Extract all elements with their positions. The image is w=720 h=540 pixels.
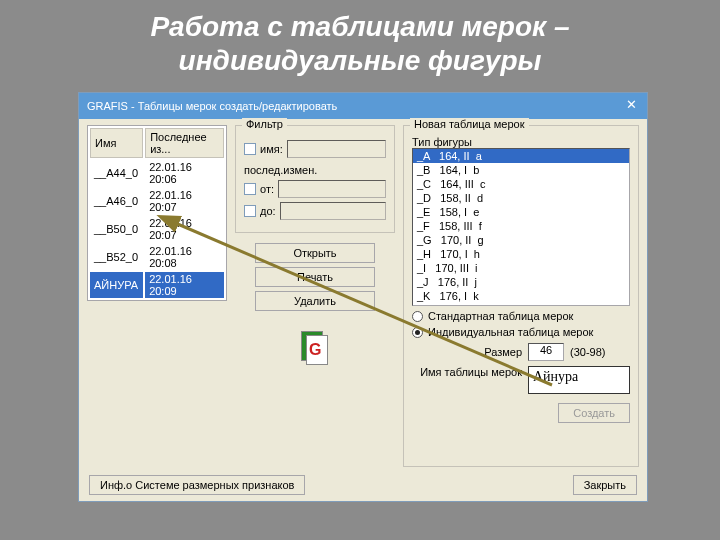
filter-name-input[interactable] [287, 140, 386, 158]
filter-group-title: Фильтр [242, 118, 287, 130]
filter-to-label: до: [260, 205, 276, 217]
radio-standard[interactable] [412, 311, 423, 322]
list-item[interactable]: _G 170, II g [413, 233, 629, 247]
col-modified[interactable]: Последнее из... [145, 128, 224, 158]
measurement-tables-list[interactable]: Имя Последнее из... __A44_022.01.16 20:0… [87, 125, 227, 301]
open-button[interactable]: Открыть [255, 243, 375, 263]
figure-type-label: Тип фигуры [412, 136, 630, 148]
new-table-group: Новая таблица мерок Тип фигуры _A 164, I… [403, 125, 639, 467]
list-item[interactable]: _B 164, I b [413, 163, 629, 177]
table-row[interactable]: __A44_022.01.16 20:06 [90, 160, 224, 186]
list-item[interactable]: _J 176, II j [413, 275, 629, 289]
table-row[interactable]: АЙНУРА22.01.16 20:09 [90, 272, 224, 298]
list-item[interactable]: _A 164, II a [413, 149, 629, 163]
filter-name-checkbox[interactable] [244, 143, 256, 155]
radio-standard-label: Стандартная таблица мерок [428, 310, 573, 322]
size-input[interactable]: 46 [528, 343, 564, 361]
list-item[interactable]: _F 158, III f [413, 219, 629, 233]
table-row[interactable]: __B52_022.01.16 20:08 [90, 244, 224, 270]
delete-button[interactable]: Удалить [255, 291, 375, 311]
filter-modified-label: послед.измен. [244, 164, 386, 176]
list-item[interactable]: _D 158, II d [413, 191, 629, 205]
col-name[interactable]: Имя [90, 128, 143, 158]
window-title: GRAFIS - Таблицы мерок создать/редактиро… [87, 100, 337, 112]
filter-group: Фильтр имя: послед.измен. от: до: [235, 125, 395, 233]
create-button[interactable]: Создать [558, 403, 630, 423]
close-button[interactable]: Закрыть [573, 475, 637, 495]
filter-to-input[interactable] [280, 202, 386, 220]
table-row[interactable]: __A46_022.01.16 20:07 [90, 188, 224, 214]
table-name-label: Имя таблицы мерок [412, 366, 522, 378]
table-row[interactable]: __B50_022.01.16 20:07 [90, 216, 224, 242]
print-button[interactable]: Печать [255, 267, 375, 287]
grafis-icon: G [301, 331, 329, 365]
info-button[interactable]: Инф.о Системе размерных признаков [89, 475, 305, 495]
list-item[interactable]: _E 158, I e [413, 205, 629, 219]
filter-from-label: от: [260, 183, 274, 195]
list-item[interactable]: _C 164, III c [413, 177, 629, 191]
dialog-window: GRAFIS - Таблицы мерок создать/редактиро… [78, 92, 648, 502]
filter-name-label: имя: [260, 143, 283, 155]
filter-from-checkbox[interactable] [244, 183, 256, 195]
slide-title: Работа с таблицами мерок – индивидуальны… [0, 0, 720, 81]
new-table-group-title: Новая таблица мерок [410, 118, 529, 130]
size-label: Размер [412, 346, 522, 358]
list-item[interactable]: _I 170, III i [413, 261, 629, 275]
close-icon[interactable]: ✕ [623, 98, 639, 114]
figure-type-list[interactable]: _A 164, II a_B 164, I b_C 164, III c_D 1… [412, 148, 630, 306]
table-name-input[interactable]: Айнура [528, 366, 630, 394]
list-item[interactable]: _R 152, II r [413, 303, 629, 306]
list-item[interactable]: _K 176, I k [413, 289, 629, 303]
titlebar: GRAFIS - Таблицы мерок создать/редактиро… [79, 93, 647, 119]
list-item[interactable]: _H 170, I h [413, 247, 629, 261]
size-range: (30-98) [570, 346, 605, 358]
radio-individual-label: Индивидуальная таблица мерок [428, 326, 593, 338]
radio-individual[interactable] [412, 327, 423, 338]
filter-to-checkbox[interactable] [244, 205, 256, 217]
filter-from-input[interactable] [278, 180, 386, 198]
